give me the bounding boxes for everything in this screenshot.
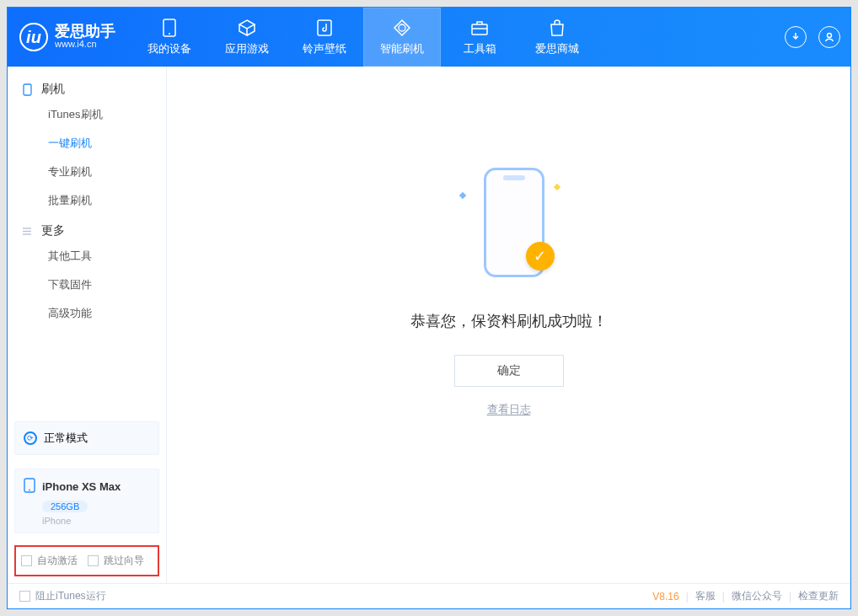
checkbox-auto-activate[interactable]: 自动激活 — [21, 554, 78, 568]
account-button[interactable] — [818, 26, 840, 48]
device-icon — [24, 478, 35, 495]
header: iu 爱思助手 www.i4.cn 我的设备 应用游戏 铃声壁纸 智能刷机 — [8, 8, 850, 67]
checkbox-icon[interactable] — [21, 555, 32, 566]
header-right — [785, 26, 840, 48]
svg-rect-15 — [24, 84, 31, 95]
checkbox-block-itunes[interactable] — [19, 591, 30, 602]
check-icon: ✓ — [526, 242, 555, 271]
sidebar-group-flash: 刷机 — [8, 73, 166, 100]
ok-button[interactable]: 确定 — [454, 355, 564, 387]
footer-link-wechat[interactable]: 微信公众号 — [732, 589, 782, 603]
checkbox-icon[interactable] — [88, 555, 99, 566]
list-icon — [21, 225, 33, 237]
device-icon — [159, 18, 180, 38]
device-name: iPhone XS Max — [42, 480, 121, 493]
sidebar-item-advanced[interactable]: 高级功能 — [8, 299, 166, 328]
mode-box[interactable]: ⟳ 正常模式 — [14, 421, 159, 455]
sidebar-item-other-tools[interactable]: 其他工具 — [8, 242, 166, 271]
sidebar-item-onekey-flash[interactable]: 一键刷机 — [8, 129, 166, 158]
sidebar: 刷机 iTunes刷机 一键刷机 专业刷机 批量刷机 更多 其他工具 下载固件 … — [8, 67, 167, 583]
main-content: ✓ 恭喜您，保资料刷机成功啦！ 确定 查看日志 — [167, 67, 850, 583]
mode-icon: ⟳ — [24, 431, 37, 445]
success-message: 恭喜您，保资料刷机成功啦！ — [410, 311, 608, 331]
sidebar-item-itunes-flash[interactable]: iTunes刷机 — [8, 100, 166, 129]
block-itunes-label: 阻止iTunes运行 — [35, 589, 106, 603]
sidebar-item-pro-flash[interactable]: 专业刷机 — [8, 158, 166, 186]
sidebar-item-download-firmware[interactable]: 下载固件 — [8, 271, 166, 299]
cube-icon — [237, 18, 257, 38]
success-illustration: ✓ — [458, 168, 560, 286]
phone-icon — [21, 83, 33, 95]
view-log-link[interactable]: 查看日志 — [487, 402, 531, 417]
app-name-en: www.i4.cn — [55, 39, 115, 50]
tab-flash[interactable]: 智能刷机 — [363, 8, 441, 67]
top-tabs: 我的设备 应用游戏 铃声壁纸 智能刷机 工具箱 爱思商城 — [131, 8, 596, 67]
download-button[interactable] — [785, 26, 807, 48]
footer: 阻止iTunes运行 V8.16 | 客服 | 微信公众号 | 检查更新 — [8, 583, 850, 608]
footer-link-support[interactable]: 客服 — [695, 589, 716, 603]
app-name-cn: 爱思助手 — [55, 24, 115, 39]
footer-link-update[interactable]: 检查更新 — [798, 589, 839, 603]
logo-icon: iu — [19, 23, 48, 51]
device-box[interactable]: iPhone XS Max 256GB iPhone — [14, 469, 159, 533]
mode-label: 正常模式 — [44, 431, 88, 446]
tab-tools[interactable]: 工具箱 — [441, 8, 518, 67]
music-icon — [314, 18, 335, 38]
device-type: iPhone — [42, 516, 150, 526]
checkbox-skip-guide[interactable]: 跳过向导 — [88, 554, 144, 568]
tab-store[interactable]: 爱思商城 — [518, 8, 596, 67]
toolbox-icon — [469, 18, 490, 38]
bag-icon — [547, 18, 567, 38]
app-window: ✕ iu 爱思助手 www.i4.cn 我的设备 应用游戏 铃声壁纸 — [7, 7, 851, 609]
version-label: V8.16 — [652, 591, 678, 603]
svg-point-20 — [29, 490, 30, 491]
tab-device[interactable]: 我的设备 — [131, 8, 208, 67]
tab-ringtone[interactable]: 铃声壁纸 — [286, 8, 363, 67]
sidebar-item-batch-flash[interactable]: 批量刷机 — [8, 186, 166, 215]
flash-options-highlight: 自动激活 跳过向导 — [14, 545, 159, 576]
tab-apps[interactable]: 应用游戏 — [208, 8, 286, 67]
logo[interactable]: iu 爱思助手 www.i4.cn — [8, 8, 131, 67]
device-storage-badge: 256GB — [42, 501, 88, 512]
svg-point-10 — [169, 33, 170, 35]
svg-rect-12 — [472, 24, 487, 35]
sidebar-group-more: 更多 — [8, 215, 166, 242]
svg-point-14 — [828, 34, 832, 38]
sync-icon — [392, 18, 412, 38]
